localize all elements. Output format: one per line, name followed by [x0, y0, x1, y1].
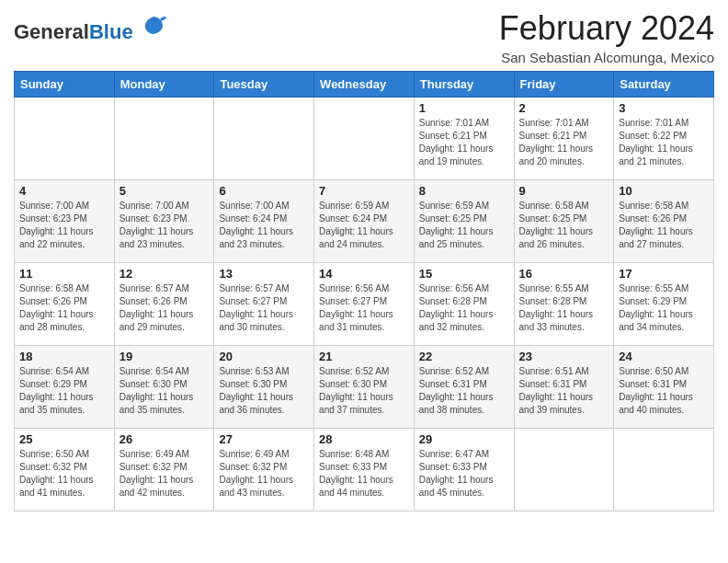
- weekday-header-friday: Friday: [514, 72, 614, 98]
- calendar-cell: 27Sunrise: 6:49 AMSunset: 6:32 PMDayligh…: [214, 429, 314, 511]
- calendar-cell: [114, 98, 214, 180]
- day-info: Sunrise: 6:55 AMSunset: 6:28 PMDaylight:…: [519, 282, 609, 334]
- day-info: Sunrise: 6:59 AMSunset: 6:24 PMDaylight:…: [319, 200, 409, 251]
- calendar-cell: 11Sunrise: 6:58 AMSunset: 6:26 PMDayligh…: [15, 263, 115, 346]
- calendar-cell: 28Sunrise: 6:48 AMSunset: 6:33 PMDayligh…: [314, 429, 415, 511]
- day-number: 7: [319, 184, 409, 198]
- day-info: Sunrise: 6:51 AMSunset: 6:31 PMDaylight:…: [519, 365, 609, 417]
- day-info: Sunrise: 7:00 AMSunset: 6:24 PMDaylight:…: [219, 200, 309, 251]
- day-info: Sunrise: 6:49 AMSunset: 6:32 PMDaylight:…: [119, 448, 210, 500]
- day-number: 4: [19, 184, 109, 198]
- day-info: Sunrise: 6:58 AMSunset: 6:25 PMDaylight:…: [519, 200, 609, 251]
- day-number: 27: [219, 432, 309, 446]
- day-number: 17: [619, 267, 709, 281]
- day-number: 28: [319, 432, 409, 446]
- day-number: 9: [519, 184, 609, 198]
- calendar-week-row: 25Sunrise: 6:50 AMSunset: 6:32 PMDayligh…: [15, 429, 714, 511]
- calendar-cell: 17Sunrise: 6:55 AMSunset: 6:29 PMDayligh…: [614, 263, 714, 346]
- calendar-cell: 5Sunrise: 7:00 AMSunset: 6:23 PMDaylight…: [114, 180, 214, 263]
- weekday-header-saturday: Saturday: [614, 72, 714, 98]
- day-number: 26: [119, 432, 210, 446]
- calendar-cell: 24Sunrise: 6:50 AMSunset: 6:31 PMDayligh…: [614, 346, 714, 429]
- calendar-cell: 1Sunrise: 7:01 AMSunset: 6:21 PMDaylight…: [414, 98, 514, 180]
- calendar-table: SundayMondayTuesdayWednesdayThursdayFrid…: [14, 71, 714, 511]
- calendar-cell: [614, 429, 714, 511]
- location-subtitle: San Sebastian Alcomunga, Mexico: [499, 50, 714, 65]
- day-number: 19: [119, 350, 210, 363]
- weekday-header-thursday: Thursday: [414, 72, 514, 98]
- calendar-cell: 19Sunrise: 6:54 AMSunset: 6:30 PMDayligh…: [114, 346, 214, 429]
- day-number: 8: [419, 184, 509, 198]
- month-title: February 2024: [499, 9, 714, 48]
- calendar-week-row: 1Sunrise: 7:01 AMSunset: 6:21 PMDaylight…: [15, 98, 714, 180]
- calendar-cell: [314, 98, 415, 180]
- day-info: Sunrise: 7:00 AMSunset: 6:23 PMDaylight:…: [19, 200, 109, 251]
- calendar-week-row: 4Sunrise: 7:00 AMSunset: 6:23 PMDaylight…: [15, 180, 714, 263]
- day-info: Sunrise: 6:48 AMSunset: 6:33 PMDaylight:…: [319, 448, 409, 500]
- day-info: Sunrise: 6:52 AMSunset: 6:31 PMDaylight:…: [419, 365, 509, 417]
- day-number: 25: [19, 432, 109, 446]
- day-number: 13: [219, 267, 309, 281]
- calendar-cell: [514, 429, 614, 511]
- day-number: 14: [319, 267, 409, 281]
- calendar-cell: 25Sunrise: 6:50 AMSunset: 6:32 PMDayligh…: [15, 429, 115, 511]
- day-info: Sunrise: 6:57 AMSunset: 6:26 PMDaylight:…: [119, 282, 210, 334]
- logo: GeneralBlue: [14, 13, 166, 43]
- calendar-cell: 3Sunrise: 7:01 AMSunset: 6:22 PMDaylight…: [614, 98, 714, 180]
- logo-blue-text: Blue: [89, 20, 133, 43]
- calendar-cell: 9Sunrise: 6:58 AMSunset: 6:25 PMDaylight…: [514, 180, 614, 263]
- day-info: Sunrise: 6:54 AMSunset: 6:30 PMDaylight:…: [119, 365, 210, 417]
- day-info: Sunrise: 7:01 AMSunset: 6:22 PMDaylight:…: [619, 117, 709, 168]
- calendar-week-row: 11Sunrise: 6:58 AMSunset: 6:26 PMDayligh…: [15, 263, 714, 346]
- day-number: 10: [619, 184, 709, 198]
- day-number: 18: [19, 350, 109, 363]
- weekday-header-wednesday: Wednesday: [314, 72, 415, 98]
- calendar-cell: 6Sunrise: 7:00 AMSunset: 6:24 PMDaylight…: [214, 180, 314, 263]
- weekday-header-monday: Monday: [114, 72, 214, 98]
- calendar-cell: 21Sunrise: 6:52 AMSunset: 6:30 PMDayligh…: [314, 346, 415, 429]
- day-info: Sunrise: 6:58 AMSunset: 6:26 PMDaylight:…: [19, 282, 109, 334]
- calendar-cell: 15Sunrise: 6:56 AMSunset: 6:28 PMDayligh…: [414, 263, 514, 346]
- day-number: 20: [219, 350, 309, 363]
- day-info: Sunrise: 7:01 AMSunset: 6:21 PMDaylight:…: [419, 117, 509, 168]
- calendar-cell: 23Sunrise: 6:51 AMSunset: 6:31 PMDayligh…: [514, 346, 614, 429]
- day-info: Sunrise: 7:01 AMSunset: 6:21 PMDaylight:…: [519, 117, 609, 168]
- day-number: 23: [519, 350, 609, 363]
- calendar-cell: [214, 98, 314, 180]
- weekday-header-tuesday: Tuesday: [214, 72, 314, 98]
- calendar-cell: 20Sunrise: 6:53 AMSunset: 6:30 PMDayligh…: [214, 346, 314, 429]
- calendar-cell: 10Sunrise: 6:58 AMSunset: 6:26 PMDayligh…: [614, 180, 714, 263]
- calendar-cell: 18Sunrise: 6:54 AMSunset: 6:29 PMDayligh…: [15, 346, 115, 429]
- day-info: Sunrise: 6:57 AMSunset: 6:27 PMDaylight:…: [219, 282, 309, 334]
- calendar-cell: 22Sunrise: 6:52 AMSunset: 6:31 PMDayligh…: [414, 346, 514, 429]
- calendar-cell: [15, 98, 115, 180]
- calendar-cell: 8Sunrise: 6:59 AMSunset: 6:25 PMDaylight…: [414, 180, 514, 263]
- title-area: February 2024 San Sebastian Alcomunga, M…: [499, 9, 714, 65]
- logo-general-text: General: [14, 20, 89, 43]
- day-number: 12: [119, 267, 210, 281]
- calendar-cell: 7Sunrise: 6:59 AMSunset: 6:24 PMDaylight…: [314, 180, 415, 263]
- day-info: Sunrise: 7:00 AMSunset: 6:23 PMDaylight:…: [119, 200, 210, 251]
- day-number: 24: [619, 350, 709, 363]
- calendar-cell: 16Sunrise: 6:55 AMSunset: 6:28 PMDayligh…: [514, 263, 614, 346]
- calendar-cell: 4Sunrise: 7:00 AMSunset: 6:23 PMDaylight…: [15, 180, 115, 263]
- weekday-header-row: SundayMondayTuesdayWednesdayThursdayFrid…: [15, 72, 714, 98]
- day-number: 3: [619, 101, 709, 115]
- day-info: Sunrise: 6:52 AMSunset: 6:30 PMDaylight:…: [319, 365, 409, 417]
- calendar-week-row: 18Sunrise: 6:54 AMSunset: 6:29 PMDayligh…: [15, 346, 714, 429]
- day-number: 5: [119, 184, 210, 198]
- logo-bird-icon: [141, 13, 166, 39]
- day-number: 22: [419, 350, 509, 363]
- day-number: 21: [319, 350, 409, 363]
- day-number: 2: [519, 101, 609, 115]
- calendar-cell: 14Sunrise: 6:56 AMSunset: 6:27 PMDayligh…: [314, 263, 415, 346]
- page-header: GeneralBlue February 2024 San Sebastian …: [14, 9, 714, 65]
- day-number: 6: [219, 184, 309, 198]
- day-number: 15: [419, 267, 509, 281]
- day-info: Sunrise: 6:47 AMSunset: 6:33 PMDaylight:…: [419, 448, 509, 500]
- day-info: Sunrise: 6:59 AMSunset: 6:25 PMDaylight:…: [419, 200, 509, 251]
- day-info: Sunrise: 6:53 AMSunset: 6:30 PMDaylight:…: [219, 365, 309, 417]
- day-number: 29: [419, 432, 509, 446]
- calendar-cell: 26Sunrise: 6:49 AMSunset: 6:32 PMDayligh…: [114, 429, 214, 511]
- day-info: Sunrise: 6:58 AMSunset: 6:26 PMDaylight:…: [619, 200, 709, 251]
